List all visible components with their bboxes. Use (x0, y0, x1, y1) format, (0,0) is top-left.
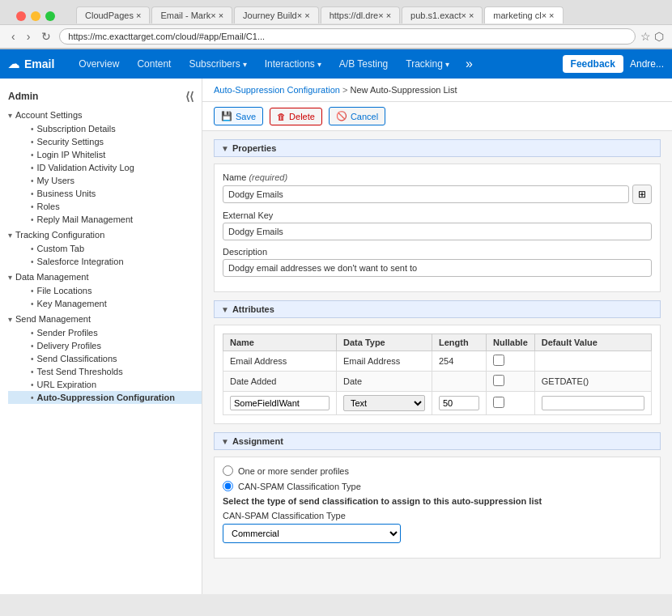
table-row: Text Email Address Date Number (223, 392, 652, 415)
save-button[interactable]: 💾 Save (214, 107, 263, 125)
browser-tab[interactable]: CloudPages × (76, 6, 150, 23)
sidebar-item-url-expiration[interactable]: •URL Expiration (8, 378, 202, 391)
radio-sender-profiles[interactable] (223, 465, 233, 476)
sidebar-group-account[interactable]: ▾ Account Settings (0, 108, 202, 122)
nav-more-button[interactable]: » (459, 57, 479, 71)
back-button[interactable]: ‹ (8, 28, 19, 45)
user-name: Andre... (630, 58, 664, 70)
nav-label: A/B Testing (339, 58, 388, 70)
form-content: ▼ Properties Name (required) ⊞ External … (202, 131, 672, 575)
feedback-button[interactable]: Feedback (563, 55, 623, 73)
assignment-section-header[interactable]: ▼ Assignment (214, 432, 661, 450)
sidebar-group-tracking[interactable]: ▾ Tracking Configuration (0, 227, 202, 242)
name-picker-button[interactable]: ⊞ (632, 185, 652, 204)
sidebar-account-items: •Subscription Details •Security Settings… (0, 122, 202, 226)
collapse-icon: ▼ (221, 305, 229, 314)
sidebar-item-send-classifications[interactable]: •Send Classifications (8, 352, 202, 365)
radio-canspam[interactable] (223, 481, 233, 491)
length-input[interactable] (439, 396, 479, 410)
refresh-button[interactable]: ↻ (38, 28, 54, 45)
nav-abtesting[interactable]: A/B Testing (331, 49, 396, 79)
sidebar-item-login-ip-whitelist[interactable]: •Login IP Whitelist (8, 148, 202, 161)
browser-tab[interactable]: Journey Build× × (234, 6, 319, 23)
description-row: Description (223, 247, 652, 277)
close-button[interactable] (16, 11, 26, 21)
attributes-label: Attributes (232, 304, 274, 314)
sidebar-item-salesforce-integration[interactable]: •Salesforce Integration (8, 255, 202, 268)
minimize-button[interactable] (31, 11, 40, 21)
sidebar-item-reply-mail[interactable]: •Reply Mail Management (8, 213, 202, 226)
row-nullable (486, 392, 534, 415)
sidebar-item-key-management[interactable]: •Key Management (8, 297, 202, 310)
address-input[interactable] (59, 28, 636, 45)
sidebar-item-my-users[interactable]: •My Users (8, 174, 202, 187)
row-default: GETDATE() (534, 372, 651, 392)
name-label: Name (required) (223, 172, 652, 182)
sidebar-item-id-validation[interactable]: •ID Validation Activity Log (8, 161, 202, 174)
nav-content[interactable]: Content (129, 49, 179, 79)
sidebar-item-sender-profiles[interactable]: •Sender Profiles (8, 326, 202, 339)
nav-subscribers[interactable]: Subscribers (181, 49, 254, 79)
attributes-table: Name Data Type Length Nullable Default V… (223, 333, 652, 415)
sidebar-item-subscription-details[interactable]: •Subscription Details (8, 122, 202, 135)
nav-overview[interactable]: Overview (70, 49, 127, 79)
field-name-input[interactable] (230, 396, 330, 410)
browser-tab-active[interactable]: marketing cl× × (484, 6, 563, 23)
name-input[interactable] (223, 185, 629, 203)
sidebar-item-file-locations[interactable]: •File Locations (8, 284, 202, 297)
can-spam-label: CAN-SPAM Classification Type (223, 511, 652, 520)
row-default[interactable] (534, 392, 651, 415)
sidebar-item-test-send-thresholds[interactable]: •Test Send Thresholds (8, 365, 202, 378)
row-nullable (486, 351, 534, 372)
assignment-section: One or more sender profiles CAN-SPAM Cla… (214, 457, 661, 559)
sidebar-group-send-mgmt[interactable]: ▾ Send Management (0, 312, 202, 326)
sidebar-item-auto-suppression[interactable]: •Auto-Suppression Configuration (8, 391, 202, 404)
star-icon[interactable]: ☆ (640, 30, 651, 43)
browser-tab[interactable]: pub.s1.exact× × (402, 6, 483, 23)
sidebar-item-business-units[interactable]: •Business Units (8, 187, 202, 200)
row-name[interactable] (223, 392, 337, 415)
nav-tracking[interactable]: Tracking (398, 49, 457, 79)
col-name: Name (223, 334, 337, 351)
breadcrumb-parent[interactable]: Auto-Suppression Configuration (214, 85, 340, 95)
traffic-lights (8, 5, 63, 24)
nullable-checkbox[interactable] (493, 355, 504, 366)
nullable-checkbox[interactable] (493, 397, 504, 408)
can-spam-select[interactable]: Commercial Transactional (223, 524, 401, 543)
properties-section-header[interactable]: ▼ Properties (214, 139, 661, 157)
delete-button[interactable]: 🗑 Delete (270, 108, 322, 125)
breadcrumb-current: New Auto-Suppression List (350, 85, 457, 95)
browser-tab[interactable]: https://dl.dre× × (321, 6, 400, 23)
table-row: Email Address Email Address 254 (223, 351, 652, 372)
tab-label: CloudPages × (85, 11, 141, 20)
save-icon: 💾 (221, 111, 232, 121)
row-datatype[interactable]: Text Email Address Date Number (336, 392, 432, 415)
toggle-icon: ▾ (8, 315, 12, 324)
sidebar-item-custom-tab[interactable]: •Custom Tab (8, 242, 202, 255)
maximize-button[interactable] (45, 11, 55, 21)
address-bar-row: ‹ › ↻ ☆ ⬡ (0, 24, 672, 49)
nullable-checkbox[interactable] (493, 375, 504, 386)
cancel-button[interactable]: 🚫 Cancel (329, 107, 385, 125)
forward-button[interactable]: › (23, 28, 34, 45)
sidebar-item-roles[interactable]: •Roles (8, 200, 202, 213)
main-layout: Admin ⟨⟨ ▾ Account Settings •Subscriptio… (0, 79, 672, 594)
attributes-section-header[interactable]: ▼ Attributes (214, 300, 661, 318)
toggle-icon: ▾ (8, 231, 12, 240)
row-name: Date Added (223, 372, 337, 392)
nav-label: Overview (79, 58, 119, 70)
sidebar-group-data-mgmt[interactable]: ▾ Data Management (0, 270, 202, 284)
sidebar-collapse-button[interactable]: ⟨⟨ (185, 90, 194, 103)
browser-tab[interactable]: Email - Mark× × (151, 6, 232, 23)
sidebar-item-security-settings[interactable]: •Security Settings (8, 135, 202, 148)
external-key-input[interactable] (223, 223, 652, 240)
radio-row-sender: One or more sender profiles (223, 465, 652, 476)
col-default: Default Value (534, 334, 651, 351)
nav-interactions[interactable]: Interactions (257, 49, 330, 79)
row-length[interactable] (432, 392, 486, 415)
datatype-select[interactable]: Text Email Address Date Number (343, 395, 425, 411)
sidebar-data-items: •File Locations •Key Management (0, 284, 202, 310)
description-input[interactable] (223, 259, 652, 277)
sidebar-item-delivery-profiles[interactable]: •Delivery Profiles (8, 339, 202, 352)
default-input[interactable] (542, 396, 644, 410)
